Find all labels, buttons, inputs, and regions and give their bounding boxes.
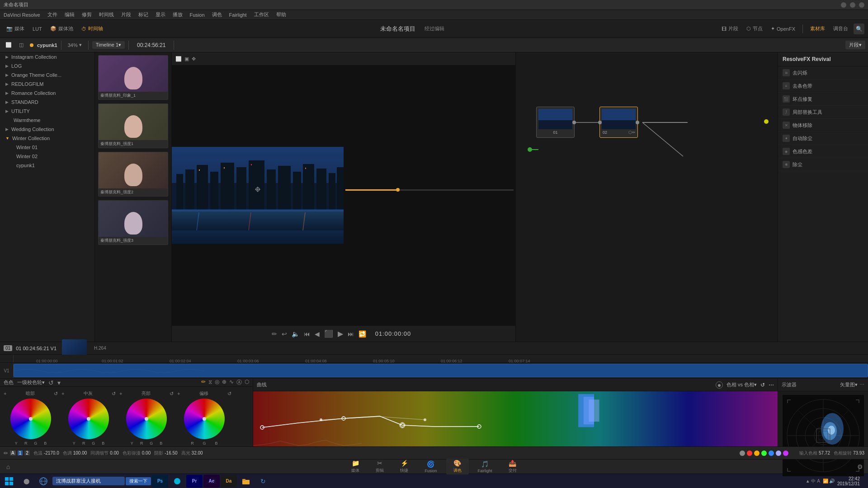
dot-green[interactable] (761, 450, 767, 456)
color-target-btn[interactable]: ⊕ (222, 379, 226, 386)
stop-btn[interactable]: ⬛ (324, 329, 333, 338)
close-button[interactable] (859, 2, 864, 8)
taskbar-browser2[interactable] (169, 475, 185, 488)
progress-bar-container[interactable] (344, 189, 515, 191)
nav-fusion[interactable]: 🌀 Fusion (417, 460, 444, 474)
node-02-input[interactable] (598, 121, 602, 124)
nav-fairlight[interactable]: 🎵 Fairlight (471, 460, 500, 474)
wheels-options-btn[interactable]: ▾ (57, 379, 61, 386)
search-btn[interactable]: 🔍 (854, 23, 864, 34)
undo-btn[interactable]: ↩ (282, 330, 287, 338)
thumbnail-2[interactable]: 秦博朋克料_强度2 (98, 152, 168, 197)
home-btn[interactable]: ⌂ (0, 460, 16, 474)
sidebar-item-standard[interactable]: ▶ STANDARD (0, 98, 94, 107)
view-mode-selector[interactable]: 片段▾ (845, 41, 865, 49)
menu-workspace[interactable]: 工作区 (254, 11, 269, 18)
grade-pencil-btn[interactable]: ✏ (4, 450, 8, 456)
wheel-darks-reset-btn[interactable]: ↺ (54, 391, 58, 397)
progress-thumb[interactable] (396, 188, 400, 192)
curve-canvas[interactable] (253, 391, 778, 446)
nav-quick[interactable]: ⚡ 快捷 (393, 459, 415, 474)
sidebar-item-instagram[interactable]: ▶ Instagram Collection (0, 52, 94, 61)
thumbnail-0[interactable]: 秦博朋克料_印象_1 (98, 55, 168, 100)
grade-num-1[interactable]: 1 (18, 450, 23, 455)
menu-color[interactable]: 调色 (212, 11, 222, 18)
scope-view-selector[interactable]: 矢量图▾ (840, 381, 858, 388)
wheel-mids-control[interactable] (68, 399, 109, 439)
fx-dustremove[interactable]: ❋ 除尘 (778, 158, 868, 171)
output-node-dot[interactable] (764, 119, 769, 124)
hue-vs-selector[interactable]: 色相 vs 色相▾ (726, 381, 757, 388)
menu-play[interactable]: 播放 (173, 11, 183, 18)
wheel-highlights-add-btn[interactable]: + (119, 391, 122, 396)
prev-frame-btn[interactable]: ◀ (315, 330, 320, 338)
menu-trim[interactable]: 修剪 (82, 11, 92, 18)
zoom-level[interactable]: 34%▾ (65, 41, 85, 49)
nav-deliver[interactable]: 📤 交付 (501, 459, 524, 474)
sidebar-item-winter02[interactable]: Winter 02 (0, 152, 94, 161)
color-a-btn[interactable]: Ⓐ (236, 379, 242, 386)
sidebar-item-orange[interactable]: ▶ Orange Theme Colle... (0, 70, 94, 80)
wheels-reset-btn[interactable]: ↺ (48, 379, 54, 386)
skip-back-btn[interactable]: ⏮ (304, 330, 310, 338)
thumbnail-1[interactable]: 秦博朋克料_强度1 (98, 103, 168, 148)
node-02[interactable]: 02 ⬡✏ (599, 107, 638, 138)
fx-remove[interactable]: ✕ 物体移除 (778, 119, 868, 132)
curve-options-btn[interactable]: ⋯ (769, 382, 774, 388)
wheel-highlights-control[interactable] (126, 399, 167, 439)
clip-mode-btn[interactable]: 🎞片段 (719, 24, 741, 33)
menu-fairlight[interactable]: Fairlight (229, 12, 247, 18)
grid-btn[interactable]: ◫ (16, 41, 26, 49)
media-btn[interactable]: 📷媒体 (4, 24, 27, 33)
menu-clip[interactable]: 片段 (121, 11, 131, 18)
color-blur-btn[interactable]: ∿ (229, 379, 234, 386)
node-canvas[interactable]: 01 02 ⬡✏ (516, 52, 778, 342)
preview-transform-btn[interactable]: ✥ (192, 56, 196, 62)
fx-deadpixel[interactable]: ⬛ 坏点修复 (778, 93, 868, 106)
wheel-mids-add-btn[interactable]: + (61, 391, 64, 396)
taskbar-cortana[interactable]: ⬤ (18, 475, 34, 488)
skip-fwd-btn[interactable]: ⏭ (348, 330, 354, 338)
taskbar-ps[interactable]: Ps (152, 475, 168, 488)
grade-a-btn[interactable]: A (10, 450, 16, 455)
timeline-selector[interactable]: Timeline 1▾ (92, 41, 125, 49)
node-mode-btn[interactable]: ⬡节点 (744, 24, 765, 33)
fx-deflicker[interactable]: ≋ 去闪烁 (778, 66, 868, 80)
dot-indigo[interactable] (776, 450, 781, 456)
taskbar-search-bar[interactable]: 沈博战群塞没人接机 (52, 477, 125, 485)
minimize-button[interactable] (841, 2, 846, 8)
thumbnail-3[interactable]: 秦博朋克料_强度3 (98, 200, 168, 245)
curve-sync-btn[interactable]: ↺ (760, 382, 765, 388)
loop-btn[interactable]: 🔁 (359, 330, 366, 338)
sidebar-item-utility[interactable]: ▶ UTILITY (0, 107, 94, 116)
maximize-button[interactable] (850, 2, 855, 8)
wheel-offset-control[interactable] (184, 399, 225, 439)
node-01[interactable]: 01 (536, 107, 575, 138)
taskbar-ae[interactable]: Ae (203, 475, 220, 488)
nav-cut[interactable]: ✂ 剪辑 (368, 459, 391, 474)
settings-btn[interactable]: ⚙ (852, 460, 868, 474)
fx-autodust[interactable]: ✦ 自动除尘 (778, 132, 868, 145)
sidebar-item-winter01[interactable]: Winter 01 (0, 143, 94, 152)
wheel-darks-control[interactable] (10, 399, 51, 439)
color-pencil-btn[interactable]: ✏ (201, 379, 206, 386)
menu-timeline[interactable]: 时间线 (99, 11, 114, 18)
menu-davinci[interactable]: DaVinci Resolve (4, 12, 40, 18)
menu-mark[interactable]: 标记 (138, 11, 148, 18)
fx-replace[interactable]: ⤴ 局部替换工具 (778, 106, 868, 119)
sidebar-item-redlogfilm[interactable]: ▶ REDLOGFILM (0, 80, 94, 89)
wheel-offset-reset-btn[interactable]: ↺ (227, 391, 231, 397)
curve-dot-indicator[interactable]: ● (716, 381, 723, 389)
fx-deband[interactable]: ≡ 去条色带 (778, 80, 868, 93)
scope-options-btn[interactable]: ⋯ (859, 382, 864, 388)
node-01-output[interactable] (572, 121, 576, 124)
system-clock[interactable]: 22:42 2019/12/31 (837, 476, 862, 486)
timeline-btn[interactable]: ⏱时间轴 (79, 24, 106, 33)
wheel-mode-selector[interactable]: 一级校色轮▾ (17, 379, 45, 386)
preview-clip-btn[interactable]: ⬜ (175, 56, 182, 62)
show-desktop-btn[interactable] (864, 475, 866, 488)
taskbar-refresh[interactable]: ↻ (255, 475, 271, 488)
wheel-highlights-reset-btn[interactable]: ↺ (170, 391, 174, 397)
taskbar-pr[interactable]: Pr (186, 475, 203, 488)
openfx-btn[interactable]: ✦OpenFX (768, 25, 798, 33)
